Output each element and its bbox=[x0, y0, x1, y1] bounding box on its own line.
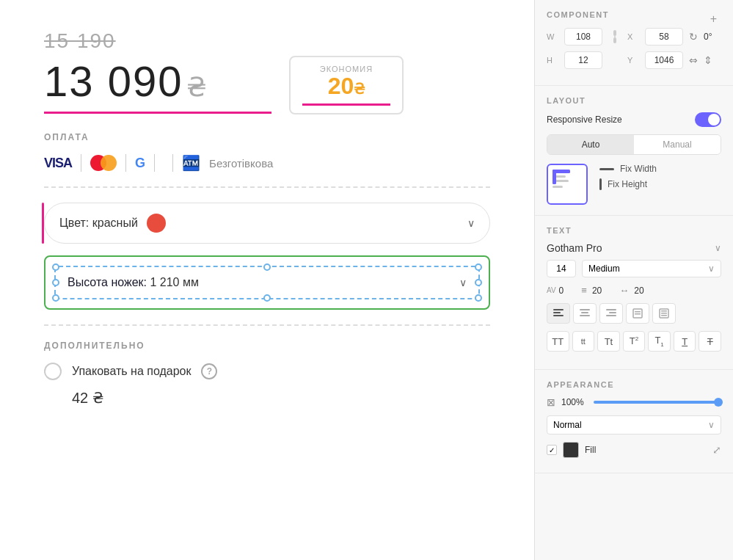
divider-4 bbox=[172, 154, 173, 172]
height-dropdown-wrapper: Высота ножек: 1 210 мм ∨ bbox=[44, 255, 490, 310]
align-center-svg bbox=[580, 309, 590, 318]
blend-mode-row: Normal ∨ bbox=[547, 415, 721, 434]
fix-options: Fix Width Fix Height bbox=[599, 164, 721, 190]
av-metric: AV 0 bbox=[547, 286, 564, 296]
layout-align-container: Fix Width Fix Height bbox=[547, 164, 721, 205]
dashed-divider-1 bbox=[44, 186, 490, 188]
align-justify-btn[interactable] bbox=[626, 303, 649, 324]
fix-width-icon bbox=[599, 168, 614, 170]
svg-rect-12 bbox=[581, 312, 588, 313]
responsive-resize-toggle[interactable] bbox=[695, 112, 721, 127]
svg-rect-23 bbox=[661, 315, 667, 316]
price-underline bbox=[44, 112, 271, 114]
add-component-button[interactable]: + bbox=[706, 11, 721, 27]
svg-rect-8 bbox=[553, 309, 564, 310]
w-input[interactable] bbox=[564, 28, 602, 46]
info-icon[interactable]: ? bbox=[201, 363, 217, 379]
style-tc-label: Tt bbox=[605, 336, 613, 347]
payment-label: ОПЛАТА bbox=[44, 132, 490, 142]
left-panel: 15 190 13 090 ₴ ЭКОНОМИЯ 20 ₴ ОПЛАТА VIS… bbox=[0, 0, 534, 560]
font-dropdown-arrow[interactable]: ∨ bbox=[715, 243, 721, 253]
height-dropdown[interactable]: Высота ножек: 1 210 мм ∨ bbox=[54, 266, 480, 299]
fill-color-swatch[interactable] bbox=[563, 442, 579, 458]
svg-rect-11 bbox=[580, 309, 590, 310]
align-right-svg bbox=[606, 309, 616, 318]
cash-label: Безготівкова bbox=[209, 157, 273, 170]
align-center-btn[interactable] bbox=[573, 303, 597, 324]
auto-manual-tabs: Auto Manual bbox=[547, 134, 721, 155]
fill-checkbox[interactable]: ✓ bbox=[547, 445, 557, 455]
currency-symbol: ₴ bbox=[186, 72, 207, 102]
letter-spacing-metric: ↔ 20 bbox=[619, 285, 643, 296]
original-price: 15 190 bbox=[44, 29, 490, 53]
handle-bottom-mid bbox=[263, 294, 271, 302]
layout-section: LAYOUT Responsive Resize Auto Manual bbox=[535, 86, 733, 216]
x-input[interactable] bbox=[645, 28, 683, 46]
align-left-btn[interactable] bbox=[547, 303, 570, 324]
fix-height-item: Fix Height bbox=[599, 178, 721, 190]
layout-anchor-svg bbox=[551, 168, 583, 200]
current-price-container: 13 090 ₴ bbox=[44, 57, 271, 114]
style-titlecase-btn[interactable]: Tt bbox=[597, 331, 620, 352]
color-dropdown-left: Цвет: красный bbox=[59, 214, 166, 233]
opacity-value: 100% bbox=[561, 397, 588, 407]
dashed-divider-2 bbox=[44, 324, 490, 326]
gift-price: 42 ₴ bbox=[72, 389, 490, 407]
flip-v-icon[interactable]: ⇕ bbox=[704, 54, 712, 66]
flip-h-icon[interactable]: ⇔ bbox=[689, 54, 698, 66]
text-align-row bbox=[547, 303, 721, 324]
svg-rect-14 bbox=[606, 309, 616, 310]
right-panel: COMPONENT + W X ↻ 0° H Y bbox=[534, 0, 733, 560]
tab-auto[interactable]: Auto bbox=[547, 135, 634, 154]
svg-rect-9 bbox=[553, 312, 561, 313]
font-size-input[interactable] bbox=[547, 260, 576, 277]
mc-orange-circle bbox=[101, 155, 117, 171]
visa-icon: VISA bbox=[44, 156, 72, 171]
align-top-btn[interactable] bbox=[652, 303, 676, 324]
y-label: Y bbox=[627, 56, 639, 65]
font-weight-label: Medium bbox=[588, 263, 620, 274]
opacity-icon: ⊠ bbox=[547, 396, 555, 408]
style-lowercase-btn[interactable]: tt bbox=[572, 331, 595, 352]
link-icon[interactable] bbox=[608, 30, 621, 43]
additional-section: ДОПОЛНИТЕЛЬНО Упаковать на подарок ? 42 … bbox=[44, 341, 490, 407]
blend-mode-arrow: ∨ bbox=[708, 420, 715, 430]
additional-label: ДОПОЛНИТЕЛЬНО bbox=[44, 341, 490, 351]
line-height-metric: ≡ 20 bbox=[581, 285, 602, 296]
height-dropdown-label: Высота ножек: 1 210 мм bbox=[68, 276, 199, 289]
gift-radio[interactable] bbox=[44, 363, 62, 380]
align-right-btn[interactable] bbox=[599, 303, 623, 324]
svg-rect-1 bbox=[613, 37, 616, 43]
blend-mode-select[interactable]: Normal ∨ bbox=[547, 415, 721, 434]
style-superscript-btn[interactable]: T2 bbox=[623, 331, 646, 352]
tab-manual[interactable]: Manual bbox=[634, 135, 721, 154]
style-subscript-btn[interactable]: T1 bbox=[648, 331, 671, 352]
appearance-title: APPEARANCE bbox=[547, 380, 721, 389]
savings-amount-row: 20 ₴ bbox=[302, 73, 390, 99]
component-section: COMPONENT + W X ↻ 0° H Y bbox=[535, 0, 733, 86]
color-dropdown[interactable]: Цвет: красный ∨ bbox=[44, 203, 490, 244]
metrics-row: AV 0 ≡ 20 ↔ 20 bbox=[547, 285, 721, 296]
font-row: Gotham Pro ∨ bbox=[547, 242, 721, 254]
align-box[interactable] bbox=[547, 164, 588, 205]
svg-rect-19 bbox=[635, 313, 641, 315]
svg-rect-18 bbox=[635, 311, 641, 313]
fill-expand-icon[interactable]: ⤢ bbox=[712, 444, 721, 456]
handle-top-left bbox=[52, 263, 59, 271]
font-size-row: Medium ∨ bbox=[547, 260, 721, 277]
y-input[interactable] bbox=[645, 51, 683, 69]
h-input[interactable] bbox=[564, 51, 602, 69]
opacity-slider[interactable] bbox=[594, 401, 721, 404]
style-sup-label: T2 bbox=[630, 335, 638, 346]
style-sub-label: T1 bbox=[654, 335, 663, 348]
appearance-section: APPEARANCE ⊠ 100% Normal ∨ ✓ Fill ⤢ bbox=[535, 370, 733, 473]
style-strikethrough-btn[interactable]: T bbox=[699, 331, 721, 352]
line-height-value: 20 bbox=[592, 286, 602, 296]
component-header: COMPONENT + bbox=[547, 10, 721, 28]
style-underline-btn[interactable]: T bbox=[674, 331, 696, 352]
svg-rect-21 bbox=[661, 310, 667, 312]
color-dropdown-arrow: ∨ bbox=[467, 217, 475, 229]
text-style-row: TT tt Tt T2 T1 T T bbox=[547, 331, 721, 352]
style-uppercase-btn[interactable]: TT bbox=[547, 331, 569, 352]
font-weight-select[interactable]: Medium ∨ bbox=[582, 260, 721, 277]
